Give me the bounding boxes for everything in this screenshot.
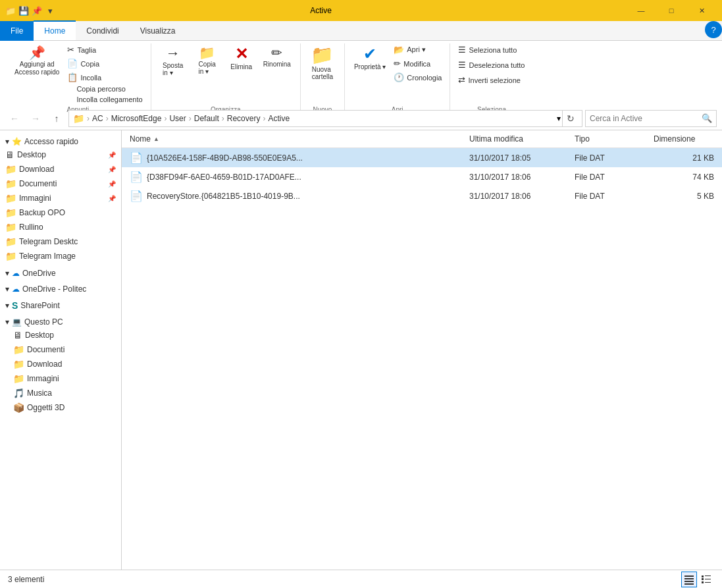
sidebar-item-download[interactable]: 📁 Download 📌 bbox=[0, 162, 121, 176]
modifica-button[interactable]: ✏ Modifica bbox=[391, 57, 444, 70]
sidebar-item-telegram-desktop[interactable]: 📁 Telegram Desktc bbox=[0, 234, 121, 249]
incolla-button[interactable]: 📋 Incolla bbox=[64, 71, 145, 84]
back-button[interactable]: ← bbox=[5, 109, 24, 128]
taglia-button[interactable]: ✂ Taglia bbox=[64, 43, 145, 56]
apri-button[interactable]: 📂 Apri ▾ bbox=[391, 43, 444, 56]
ribbon-group-nuovo: 📁 Nuovacartella Nuovo bbox=[301, 43, 345, 113]
file-cell-size-2: 74 KB bbox=[651, 169, 717, 185]
elimina-button[interactable]: ✕ Elimina bbox=[225, 43, 258, 73]
proprieta-label: Proprietà ▾ bbox=[354, 63, 386, 70]
col-header-tipo[interactable]: Tipo bbox=[572, 130, 651, 147]
minimize-button[interactable]: — bbox=[626, 0, 656, 21]
file-cell-type-3: File DAT bbox=[572, 188, 651, 204]
sidebar-item-desktop-pc-label: Desktop bbox=[25, 331, 54, 340]
ribbon-group-seleziona: ☰ Seleziona tutto ☰ Deseleziona tutto ⇄ … bbox=[450, 43, 532, 113]
tab-visualizza[interactable]: Visualizza bbox=[130, 21, 186, 41]
sidebar-item-backup[interactable]: 📁 Backup OPO bbox=[0, 205, 121, 220]
list-view-button[interactable] bbox=[681, 572, 697, 587]
tab-home[interactable]: Home bbox=[34, 20, 76, 40]
file-name-1: {10A526E4-158F-4B9D-AB98-550E0E9A5... bbox=[147, 153, 303, 163]
file-cell-modified-1: 31/10/2017 18:05 bbox=[467, 150, 572, 166]
sidebar-item-documenti-label: Documenti bbox=[19, 179, 57, 188]
col-header-dimensione[interactable]: Dimensione bbox=[651, 130, 717, 147]
breadcrumb-default[interactable]: Default bbox=[194, 114, 219, 123]
sidebar-item-immagini-label: Immagini bbox=[19, 194, 51, 203]
address-dropdown[interactable]: ▾ bbox=[557, 114, 561, 123]
inverti-selezione-button[interactable]: ⇄ Inverti selezione bbox=[455, 74, 527, 86]
copia-button[interactable]: 📄 Copia bbox=[64, 57, 145, 70]
close-button[interactable]: ✕ bbox=[686, 0, 717, 21]
col-header-nome[interactable]: Nome ▲ bbox=[127, 130, 467, 147]
aggiungi-label: Aggiungi adAccesso rapido bbox=[14, 61, 59, 76]
tab-condividi[interactable]: Condividi bbox=[76, 21, 129, 41]
address-bar[interactable]: 📁 › AC › MicrosoftEdge › User › Default … bbox=[68, 110, 582, 127]
documenti-icon: 📁 bbox=[5, 178, 16, 189]
breadcrumb-recovery[interactable]: Recovery bbox=[227, 114, 261, 123]
incolla-collegamento-button[interactable]: Incolla collegamento bbox=[64, 94, 145, 105]
window-controls: — □ ✕ bbox=[626, 0, 717, 21]
help-button[interactable]: ? bbox=[705, 21, 722, 38]
folder-icon: 📁 bbox=[5, 5, 16, 16]
sidebar-item-download-label: Download bbox=[19, 165, 54, 174]
maximize-button[interactable]: □ bbox=[656, 0, 686, 21]
copia-in-button[interactable]: 📁 Copiain ▾ bbox=[191, 43, 224, 78]
forward-button[interactable]: → bbox=[26, 109, 45, 128]
sidebar-item-musica-pc-label: Musica bbox=[27, 388, 52, 398]
deseleziona-tutto-button[interactable]: ☰ Deseleziona tutto bbox=[455, 59, 527, 71]
sidebar-section-onedrive-poli: ▾ ☁ OneDrive - Politec bbox=[0, 281, 121, 295]
table-row[interactable]: 📄 {D38FD94F-6AE0-4659-B01D-17AD0AFE... 3… bbox=[122, 167, 722, 186]
col-header-ultima-modifica[interactable]: Ultima modifica bbox=[467, 130, 572, 147]
breadcrumb-ac[interactable]: AC bbox=[92, 114, 103, 123]
details-view-button[interactable] bbox=[698, 572, 714, 587]
sidebar-item-download-pc[interactable]: 📁 Download bbox=[0, 357, 121, 371]
aggiungi-accesso-rapido-button[interactable]: 📌 Aggiungi adAccesso rapido bbox=[11, 43, 63, 79]
organizza-buttons: → Spostain ▾ 📁 Copiain ▾ ✕ Elimina ✏ Rin… bbox=[157, 43, 295, 105]
sidebar-item-desktop-pc[interactable]: 🖥 Desktop bbox=[0, 328, 121, 342]
breadcrumb-user[interactable]: User bbox=[169, 114, 186, 123]
main-area: ▾ ⭐ Accesso rapido 🖥 Desktop 📌 📁 Downloa… bbox=[0, 130, 722, 570]
file-cell-size-1: 21 KB bbox=[651, 150, 717, 166]
sidebar-section-accesso-rapido: ▾ ⭐ Accesso rapido 🖥 Desktop 📌 📁 Downloa… bbox=[0, 133, 121, 263]
breadcrumb-home-icon: 📁 bbox=[73, 113, 84, 124]
seleziona-tutto-button[interactable]: ☰ Seleziona tutto bbox=[455, 43, 527, 56]
appunti-buttons: 📌 Aggiungi adAccesso rapido ✂ Taglia 📄 C… bbox=[11, 43, 145, 105]
sidebar-header-accesso-rapido[interactable]: ▾ ⭐ Accesso rapido bbox=[0, 133, 121, 147]
copia-percorso-button[interactable]: Copia percorso bbox=[64, 84, 145, 94]
breadcrumb-active[interactable]: Active bbox=[268, 114, 290, 123]
search-bar[interactable]: 🔍 bbox=[585, 110, 717, 127]
refresh-button[interactable]: ↻ bbox=[562, 110, 578, 127]
sidebar-item-desktop[interactable]: 🖥 Desktop 📌 bbox=[0, 147, 121, 162]
breadcrumb-microsoftedge[interactable]: MicrosoftEdge bbox=[111, 114, 162, 123]
chevron-onedrive-icon: ▾ bbox=[5, 269, 9, 278]
apri-buttons: ✔ Proprietà ▾ 📂 Apri ▾ ✏ Modifica 🕐 Cron… bbox=[350, 43, 445, 105]
sidebar-item-immagini-pc[interactable]: 📁 Immagini bbox=[0, 371, 121, 386]
sidebar-item-oggetti3d-pc[interactable]: 📦 Oggetti 3D bbox=[0, 400, 121, 415]
sidebar-item-immagini[interactable]: 📁 Immagini 📌 bbox=[0, 191, 121, 205]
sposta-in-button[interactable]: → Spostain ▾ bbox=[157, 43, 190, 79]
svg-rect-7 bbox=[705, 579, 711, 579]
tab-file[interactable]: File bbox=[0, 21, 34, 41]
sidebar-header-onedrive-poli[interactable]: ▾ ☁ OneDrive - Politec bbox=[0, 281, 121, 295]
table-row[interactable]: 📄 RecoveryStore.{064821B5-1B10-4019-9B..… bbox=[122, 186, 722, 205]
sidebar-item-backup-label: Backup OPO bbox=[19, 208, 65, 217]
sidebar-header-questo-pc[interactable]: ▾ 💻 Questo PC bbox=[0, 313, 121, 328]
table-row[interactable]: 📄 {10A526E4-158F-4B9D-AB98-550E0E9A5... … bbox=[122, 148, 722, 167]
up-button[interactable]: ↑ bbox=[47, 109, 66, 128]
pin-icon-desktop: 📌 bbox=[108, 151, 116, 159]
nuova-cartella-button[interactable]: 📁 Nuovacartella bbox=[306, 43, 339, 83]
deselect-all-icon: ☰ bbox=[458, 60, 466, 70]
sidebar-item-rullino[interactable]: 📁 Rullino bbox=[0, 220, 121, 234]
sidebar-header-sharepoint[interactable]: ▾ S SharePoint bbox=[0, 296, 121, 312]
rinomina-button[interactable]: ✏ Rinomina bbox=[259, 43, 295, 70]
proprieta-button[interactable]: ✔ Proprietà ▾ bbox=[350, 43, 390, 73]
sidebar-header-onedrive[interactable]: ▾ ☁ OneDrive bbox=[0, 265, 121, 279]
rinomina-label: Rinomina bbox=[263, 61, 291, 68]
svg-rect-8 bbox=[702, 581, 704, 583]
sidebar-item-telegram-images[interactable]: 📁 Telegram Image bbox=[0, 249, 121, 263]
cronologia-button[interactable]: 🕐 Cronologia bbox=[391, 71, 444, 84]
search-input[interactable] bbox=[590, 114, 699, 123]
sidebar-section-onedrive: ▾ ☁ OneDrive bbox=[0, 265, 121, 279]
sidebar-item-musica-pc[interactable]: 🎵 Musica bbox=[0, 386, 121, 400]
sidebar-item-documenti[interactable]: 📁 Documenti 📌 bbox=[0, 176, 121, 191]
sidebar-item-documenti-pc[interactable]: 📁 Documenti bbox=[0, 342, 121, 357]
